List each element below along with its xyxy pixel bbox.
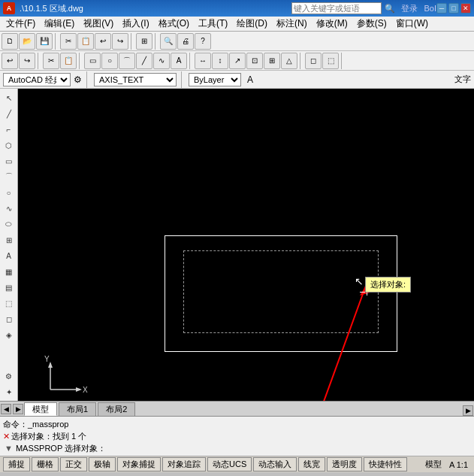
lt-arrow-tool[interactable]: ↖ xyxy=(2,90,17,105)
toolbar1-btn-6[interactable]: ↩ xyxy=(95,33,111,50)
toolbar2-btn-6[interactable]: ▭ xyxy=(84,53,101,69)
toolbar2-sep-5 xyxy=(79,53,82,69)
toolbar1-btn-11[interactable]: 🔍 xyxy=(160,33,177,50)
workspace-dropdown[interactable]: AutoCAD 经典 xyxy=(3,73,71,86)
toolbar1-btn-7[interactable]: ↪ xyxy=(112,33,128,50)
lt-insert-tool[interactable]: ⊞ xyxy=(2,232,17,247)
toolbar1-sep-10 xyxy=(155,33,158,50)
prop-separator1 xyxy=(86,71,89,88)
close-button[interactable]: ✕ xyxy=(460,3,471,14)
lt-settings-tool[interactable]: ⚙ xyxy=(2,368,17,384)
menu-item-F[interactable]: 文件(F) xyxy=(2,17,40,31)
status-mode-4[interactable]: 对象捕捉 xyxy=(117,457,161,471)
axis-text-dropdown[interactable]: AXIS_TEXT xyxy=(94,73,177,86)
toolbar1-btn-12[interactable]: 🖨 xyxy=(177,33,194,50)
menu-item-I[interactable]: 插入(I) xyxy=(118,17,153,31)
status-mode-3[interactable]: 极轴 xyxy=(89,457,116,471)
toolbar2-btn-1[interactable]: ↪ xyxy=(19,53,35,69)
toolbar2-btn-21[interactable]: ⬚ xyxy=(322,53,339,69)
toolbar1-btn-0[interactable]: 🗋 xyxy=(2,33,18,50)
lt-polygon-tool[interactable]: ⬡ xyxy=(2,138,17,153)
toolbar1-btn-5[interactable]: 📋 xyxy=(77,33,94,50)
menu-item-N[interactable]: 标注(N) xyxy=(272,17,312,31)
menu-item-M[interactable]: 修改(M) xyxy=(312,17,352,31)
toolbar2-btn-4[interactable]: 📋 xyxy=(60,53,77,69)
bylayer-dropdown[interactable]: ByLayer xyxy=(189,73,241,86)
toolbar2-btn-9[interactable]: ╱ xyxy=(136,53,152,69)
tab-scroll-right[interactable]: ▶ xyxy=(13,404,23,414)
toolbar1-btn-1[interactable]: 📂 xyxy=(19,33,35,50)
tab-模型[interactable]: 模型 xyxy=(24,402,57,416)
search-icon[interactable]: 🔍 xyxy=(385,4,395,14)
lt-polyline-tool[interactable]: ⌐ xyxy=(2,122,17,137)
status-mode-2[interactable]: 正交 xyxy=(60,457,87,471)
select-text: 选择对象：找到 1 个 xyxy=(11,430,86,442)
search-input[interactable] xyxy=(291,2,382,14)
tab-scroll-end: ▶ xyxy=(462,405,474,416)
lt-spline-tool[interactable]: ∿ xyxy=(2,201,17,216)
status-mode-5[interactable]: 对象追踪 xyxy=(162,457,206,471)
tab-布局1[interactable]: 布局1 xyxy=(59,402,96,416)
toolbar2-btn-7[interactable]: ○ xyxy=(101,53,118,69)
lt-arc-tool[interactable]: ⌒ xyxy=(2,169,17,184)
prop-separator2 xyxy=(181,71,184,88)
lt-3d-tool[interactable]: ◈ xyxy=(2,327,17,342)
toolbar2-btn-13[interactable]: ↔ xyxy=(195,53,211,69)
toolbar1-btn-9[interactable]: ⊞ xyxy=(136,33,152,50)
toolbar2-btn-17[interactable]: ⊞ xyxy=(264,53,280,69)
status-mode-10[interactable]: 快捷特性 xyxy=(364,457,407,471)
status-mode-0[interactable]: 捕捉 xyxy=(3,457,30,471)
lt-ellipse-tool[interactable]: ⬭ xyxy=(2,217,17,232)
menu-item-V[interactable]: 视图(V) xyxy=(79,17,118,31)
lt-boundary-tool[interactable]: ⬚ xyxy=(2,296,17,311)
tab-scroll-left[interactable]: ◀ xyxy=(1,404,11,414)
text-icon: A xyxy=(247,74,253,85)
gear-icon[interactable]: ⚙ xyxy=(74,74,82,85)
toolbar2-btn-20[interactable]: ◻ xyxy=(305,53,322,69)
lt-circle-tool[interactable]: ○ xyxy=(2,185,17,200)
status-mode-7[interactable]: 动态输入 xyxy=(253,457,297,471)
status-mode-6[interactable]: 动态UCS xyxy=(207,457,252,471)
expand-icon[interactable]: ▼ xyxy=(5,442,13,454)
toolbar2-btn-3[interactable]: ✂ xyxy=(43,53,59,69)
toolbar2-btn-8[interactable]: ⌒ xyxy=(119,53,135,69)
menu-item-S[interactable]: 参数(S) xyxy=(352,17,391,31)
status-mode-1[interactable]: 栅格 xyxy=(32,457,59,471)
tab-布局2[interactable]: 布局2 xyxy=(98,402,135,416)
lt-region-tool[interactable]: ◻ xyxy=(2,311,17,326)
toolbar2-btn-18[interactable]: △ xyxy=(281,53,297,69)
toolbar2-btn-0[interactable]: ↩ xyxy=(2,53,18,69)
toolbar2-sep-2 xyxy=(38,53,41,69)
toolbar2-btn-16[interactable]: ⊡ xyxy=(246,53,263,69)
menu-item-D[interactable]: 绘图(D) xyxy=(232,17,272,31)
lt-rect-tool[interactable]: ▭ xyxy=(2,153,17,168)
lt-extra-tool[interactable]: ✦ xyxy=(2,384,17,399)
toolbar1-btn-13[interactable]: ? xyxy=(195,33,211,50)
toolbar2-btn-11[interactable]: A xyxy=(171,53,187,69)
toolbar2-sep-19 xyxy=(300,53,303,69)
menu-item-E[interactable]: 编辑(E) xyxy=(40,17,79,31)
toolbar2-btn-15[interactable]: ↗ xyxy=(229,53,246,69)
svg-text:Y: Y xyxy=(44,356,50,363)
maximize-button[interactable]: □ xyxy=(448,3,459,14)
toolbar2-btn-10[interactable]: ∿ xyxy=(153,53,170,69)
status-mode-8[interactable]: 线宽 xyxy=(298,457,325,471)
login-button[interactable]: 登录 xyxy=(398,3,421,14)
tab-right-scroll[interactable]: ▶ xyxy=(463,405,473,416)
lt-line-tool[interactable]: ╱ xyxy=(2,106,17,121)
menu-item-W[interactable]: 窗口(W) xyxy=(391,17,433,31)
status-mode-9[interactable]: 透明度 xyxy=(327,457,362,471)
minimize-button[interactable]: ─ xyxy=(436,3,447,14)
toolbar1-btn-4[interactable]: ✂ xyxy=(60,33,77,50)
menu-item-O[interactable]: 格式(O) xyxy=(154,17,194,31)
toolbar2-btn-14[interactable]: ↕ xyxy=(212,53,228,69)
toolbar1-btn-2[interactable]: 💾 xyxy=(36,33,53,50)
command-last-line: ▼ MASSPROP 选择对象： xyxy=(3,442,471,454)
toolbar2-sep-22 xyxy=(341,53,344,69)
lt-hatch-tool[interactable]: ▦ xyxy=(2,264,17,279)
select-x-icon: ✕ xyxy=(3,430,10,442)
menu-item-T[interactable]: 工具(T) xyxy=(194,17,232,31)
canvas-area[interactable]: ↖ 选择对象: X Y xyxy=(18,89,474,401)
lt-gradient-tool[interactable]: ▤ xyxy=(2,280,17,295)
lt-mtext-tool[interactable]: A xyxy=(2,248,17,263)
